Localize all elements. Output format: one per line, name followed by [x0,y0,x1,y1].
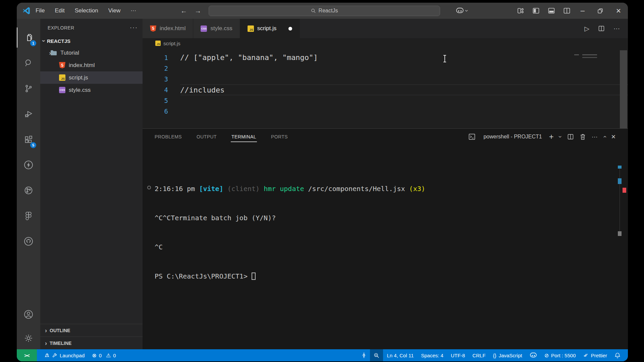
tab-label: index.html [160,25,185,32]
eol-sequence[interactable]: CRLF [469,349,489,361]
panel-more-icon[interactable]: ··· [592,133,598,140]
problems-status[interactable]: ⊗ 0 ⚠ 0 [88,349,119,361]
activity-search[interactable] [17,50,40,76]
toggle-sidebar-icon[interactable] [532,7,540,14]
activity-bar: 1 5 [17,19,40,349]
file-label: index.html [69,62,95,69]
split-editor-icon[interactable] [598,25,605,32]
html-file-icon: 5 [150,25,156,32]
outline-section[interactable]: › OUTLINE [40,324,143,337]
activity-project-manager[interactable] [17,178,40,203]
toggle-panel-icon[interactable] [548,7,555,14]
activity-thunder-client[interactable] [17,152,40,178]
terminal-output[interactable]: 2:16:16 pm [vite] (client) hmr update /s… [143,145,628,349]
forward-icon[interactable]: → [195,7,201,15]
close-button[interactable]: ✕ [616,7,621,15]
menu-selection[interactable]: Selection [75,7,98,14]
customize-layout-icon[interactable] [517,7,524,14]
notifications-button[interactable] [611,349,626,361]
split-terminal-icon[interactable] [567,133,574,140]
editor-more-icon[interactable]: ··· [613,25,620,32]
tab-index-html[interactable]: 5 index.html [143,19,193,38]
overview-mark [618,178,622,184]
tree-item-style-css[interactable]: CSS style.css [40,84,143,96]
restore-button[interactable] [597,8,603,14]
search-icon [311,8,316,13]
toggle-secondary-sidebar-icon[interactable] [563,7,571,14]
command-search-input[interactable]: ReactJs [209,6,440,16]
explorer-more-icon[interactable]: ··· [130,24,138,31]
command-decoration-icon[interactable] [147,186,151,189]
chevron-right-icon: › [45,327,47,334]
tab-problems[interactable]: PROBLEMS [155,129,182,145]
terminal-instance-label[interactable]: powershell - PROJECT1 [483,134,542,140]
menu-edit[interactable]: Edit [55,7,64,14]
menu-more-icon[interactable]: ··· [130,7,136,14]
terminal-scrollbar[interactable] [620,167,620,236]
tab-label: script.js [257,25,277,32]
copilot-menu[interactable]: › [456,8,468,14]
warning-icon: ⚠ [106,352,111,359]
wrench-icon [52,353,57,358]
copilot-icon [456,8,464,14]
close-panel-icon[interactable]: ✕ [611,133,616,140]
commit-icon [362,352,366,358]
activity-github[interactable] [17,229,40,254]
tab-script-js[interactable]: JS script.js [240,19,300,38]
zoom-indicator[interactable] [370,349,383,361]
launchpad-button[interactable]: Launchpad [40,349,88,361]
activity-figma[interactable] [17,203,40,229]
tree-item-tutorial[interactable]: › Tutorial [40,47,143,59]
tab-style-css[interactable]: CSS style.css [193,19,240,38]
code-editor[interactable]: 1// ["apple", "banana", "mango"] 2 3 4//… [143,48,628,128]
back-icon[interactable]: ← [180,7,187,15]
breadcrumb[interactable]: JS script.js [143,38,628,48]
tab-ports[interactable]: PORTS [271,129,288,145]
minimize-button[interactable]: – [581,6,585,15]
tree-root-reactjs[interactable]: › REACTJS [40,35,143,47]
settings-button[interactable] [17,327,40,349]
encoding[interactable]: UTF-8 [447,349,469,361]
tree-item-index-html[interactable]: 5 index.html [40,59,143,71]
indentation[interactable]: Spaces: 4 [417,349,447,361]
modified-dot-icon[interactable] [288,27,292,31]
formatter-status[interactable]: ✓✓ Prettier [579,349,611,361]
menu-file[interactable]: File [36,7,45,14]
timeline-section[interactable]: › TIMELINE [40,337,143,349]
terminal-dropdown-icon[interactable]: › [557,136,564,138]
live-server-port[interactable]: ⊘ Port : 5500 [541,349,580,361]
tab-output[interactable]: OUTPUT [197,129,217,145]
activity-run-debug[interactable] [17,101,40,127]
braces-icon: {} [493,353,496,358]
run-button[interactable]: ▷ [584,25,589,33]
new-terminal-button[interactable]: + [549,132,554,141]
cursor-position[interactable]: Ln 4, Col 11 [383,349,417,361]
maximize-panel-icon[interactable]: › [601,136,607,138]
error-icon: ⊗ [92,352,96,359]
kill-terminal-icon[interactable] [580,133,586,140]
editor-scrollbar[interactable] [620,50,627,128]
language-mode[interactable]: {} JavaScript [489,349,526,361]
menu-bar: File Edit Selection View ··· [36,7,136,14]
commit-indicator[interactable] [358,349,370,361]
tab-terminal[interactable]: TERMINAL [231,129,256,145]
explorer-badge: 1 [30,40,36,46]
vscode-window: File Edit Selection View ··· ← → ReactJs… [17,3,628,361]
explorer-sidebar: EXPLORER ··· › REACTJS › Tutorial 5 inde… [40,19,143,349]
activity-source-control[interactable] [17,76,40,101]
copilot-status[interactable] [526,349,541,361]
panel-actions: powershell - PROJECT1 + › ··· › ✕ [468,132,628,141]
css-file-icon: CSS [59,87,65,93]
activity-explorer[interactable]: 1 [17,25,40,50]
tree-item-script-js[interactable]: JS script.js [40,71,143,84]
menu-view[interactable]: View [108,7,121,14]
editor-group: 5 index.html CSS style.css JS script.js … [143,19,628,349]
line-number: 4 [143,84,168,95]
panel-tabs: PROBLEMS OUTPUT TERMINAL PORTS [143,129,288,145]
status-right: Ln 4, Col 11 Spaces: 4 UTF-8 CRLF {} Jav… [358,349,628,361]
lightning-icon [23,160,34,170]
remote-indicator[interactable]: >< [17,349,37,361]
activity-extensions[interactable]: 5 [17,127,40,152]
breadcrumb-file: script.js [163,41,180,46]
account-button[interactable] [17,302,40,327]
